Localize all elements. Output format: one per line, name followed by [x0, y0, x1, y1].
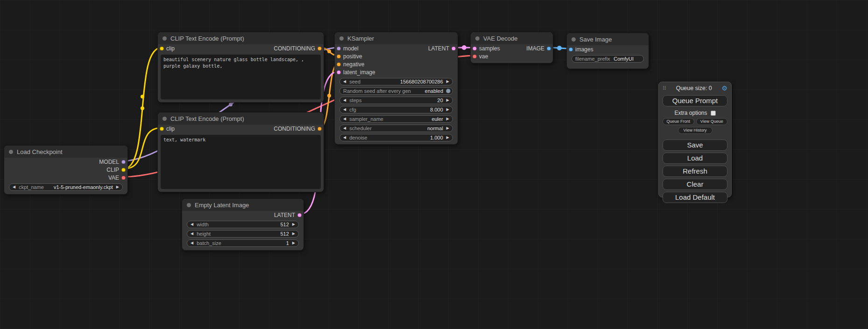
widget-filename-prefix[interactable]: filename_prefix ComfyUI: [572, 55, 644, 63]
node-title: Save Image: [579, 36, 612, 43]
node-ksampler[interactable]: KSampler model LATENT positive negative …: [334, 32, 458, 145]
drag-handle-icon[interactable]: ⠿: [663, 85, 666, 91]
extra-options-checkbox[interactable]: [711, 111, 716, 116]
node-clip-text-encode-negative[interactable]: CLIP Text Encode (Prompt) clip CONDITION…: [157, 112, 324, 192]
input-slot-vae[interactable]: [473, 54, 477, 58]
load-default-button[interactable]: Load Default: [663, 192, 727, 203]
widget-random-seed-toggle[interactable]: Random seed after every gen enabled: [339, 87, 453, 95]
input-slot-positive[interactable]: [337, 54, 341, 58]
increment-arrow-icon[interactable]: ▶: [446, 80, 449, 84]
widget-value: 156680208700286: [400, 79, 443, 84]
load-button[interactable]: Load: [663, 153, 727, 164]
decrement-arrow-icon[interactable]: ◀: [13, 185, 15, 189]
wire-dot-conditioning-negative: [327, 94, 331, 98]
increment-arrow-icon[interactable]: ▶: [116, 185, 119, 189]
widget-width[interactable]: ◀ width 512 ▶: [187, 221, 299, 228]
input-slot-clip[interactable]: [160, 46, 164, 50]
node-save-image[interactable]: Save Image images filename_prefix ComfyU…: [566, 33, 649, 69]
toggle-knob[interactable]: [446, 89, 451, 93]
decrement-arrow-icon[interactable]: ◀: [343, 117, 346, 121]
output-slot-latent[interactable]: [297, 213, 302, 217]
collapse-dot-icon[interactable]: [162, 36, 167, 41]
node-empty-latent-image[interactable]: Empty Latent Image LATENT ◀ width 512 ▶ …: [182, 198, 304, 251]
view-history-button[interactable]: View History: [678, 127, 713, 134]
collapse-dot-icon[interactable]: [339, 36, 344, 41]
wire-dot-clip-positive: [141, 106, 144, 110]
node-title-bar[interactable]: KSampler: [335, 32, 458, 44]
queue-prompt-button[interactable]: Queue Prompt: [663, 95, 727, 106]
increment-arrow-icon[interactable]: ▶: [446, 126, 449, 130]
increment-arrow-icon[interactable]: ▶: [446, 108, 449, 112]
output-slot-latent[interactable]: [452, 46, 456, 50]
output-slot-clip[interactable]: [121, 168, 126, 172]
widget-name: denoise: [349, 135, 367, 140]
collapse-dot-icon[interactable]: [187, 203, 191, 207]
widget-cfg[interactable]: ◀ cfg 8.000 ▶: [339, 106, 453, 113]
increment-arrow-icon[interactable]: ▶: [292, 241, 295, 245]
output-slot-vae[interactable]: [121, 175, 126, 180]
increment-arrow-icon[interactable]: ▶: [446, 98, 449, 102]
node-load-checkpoint[interactable]: Load Checkpoint MODEL CLIP VAE ◀ ckpt_na…: [4, 145, 128, 195]
prompt-textarea[interactable]: beautiful scenery nature glass bottle la…: [161, 55, 321, 99]
input-slot-images[interactable]: [569, 47, 573, 51]
node-title-bar[interactable]: Load Checkpoint: [4, 146, 127, 158]
widget-ckpt-name[interactable]: ◀ ckpt_name v1-5-pruned-emaonly.ckpt ▶: [9, 183, 123, 191]
increment-arrow-icon[interactable]: ▶: [292, 232, 295, 236]
queue-buttons-row: Queue Front View Queue: [663, 118, 727, 125]
input-slot-samples[interactable]: [473, 46, 477, 50]
widget-seed[interactable]: ◀ seed 156680208700286 ▶: [339, 78, 453, 85]
decrement-arrow-icon[interactable]: ◀: [191, 232, 193, 236]
widget-batch-size[interactable]: ◀ batch_size 1 ▶: [187, 239, 299, 247]
node-title: VAE Decode: [483, 35, 517, 42]
collapse-dot-icon[interactable]: [9, 150, 13, 154]
increment-arrow-icon[interactable]: ▶: [292, 223, 295, 226]
widget-denoise[interactable]: ◀ denoise 1.000 ▶: [339, 134, 453, 141]
node-graph-canvas[interactable]: Load Checkpoint MODEL CLIP VAE ◀ ckpt_na…: [0, 0, 868, 329]
increment-arrow-icon[interactable]: ▶: [446, 136, 449, 140]
queue-front-button[interactable]: Queue Front: [663, 118, 694, 125]
output-slot-model[interactable]: [121, 160, 126, 164]
decrement-arrow-icon[interactable]: ◀: [343, 98, 346, 102]
widget-name: height: [197, 231, 211, 237]
input-slot-negative[interactable]: [337, 62, 341, 66]
widget-scheduler[interactable]: ◀ scheduler normal ▶: [339, 125, 453, 132]
decrement-arrow-icon[interactable]: ◀: [191, 241, 193, 245]
prompt-textarea[interactable]: text, watermark: [161, 135, 321, 189]
decrement-arrow-icon[interactable]: ◀: [343, 136, 346, 140]
save-button[interactable]: Save: [663, 140, 727, 151]
input-slot-model[interactable]: [337, 46, 341, 50]
decrement-arrow-icon[interactable]: ◀: [191, 223, 193, 226]
node-clip-text-encode-positive[interactable]: CLIP Text Encode (Prompt) clip CONDITION…: [157, 32, 324, 103]
view-queue-button[interactable]: View Queue: [696, 118, 728, 125]
output-slot-conditioning[interactable]: [318, 46, 322, 50]
decrement-arrow-icon[interactable]: ◀: [343, 108, 346, 112]
collapse-dot-icon[interactable]: [572, 37, 576, 42]
node-title-bar[interactable]: CLIP Text Encode (Prompt): [158, 32, 324, 44]
widget-steps[interactable]: ◀ steps 20 ▶: [339, 97, 453, 104]
collapse-dot-icon[interactable]: [475, 36, 480, 41]
widget-height[interactable]: ◀ height 512 ▶: [187, 230, 299, 238]
input-label-latent-image: latent_image: [343, 69, 375, 76]
input-slot-latent-image[interactable]: [337, 70, 341, 74]
settings-gear-icon[interactable]: ⚙: [721, 84, 727, 92]
clear-button[interactable]: Clear: [663, 179, 727, 190]
widget-value: 512: [280, 231, 289, 237]
refresh-button[interactable]: Refresh: [663, 166, 727, 177]
input-slot-clip[interactable]: [160, 126, 164, 131]
decrement-arrow-icon[interactable]: ◀: [343, 126, 346, 130]
widget-name: sampler_name: [349, 116, 383, 122]
decrement-arrow-icon[interactable]: ◀: [343, 80, 346, 84]
wire-dot-conditioning-positive: [327, 49, 331, 53]
node-title-bar[interactable]: Empty Latent Image: [182, 199, 303, 211]
increment-arrow-icon[interactable]: ▶: [446, 117, 449, 121]
node-title-bar[interactable]: CLIP Text Encode (Prompt): [158, 112, 324, 125]
widget-sampler-name[interactable]: ◀ sampler_name euler ▶: [339, 115, 453, 123]
node-title-bar[interactable]: VAE Decode: [471, 32, 553, 44]
node-title-bar[interactable]: Save Image: [567, 33, 649, 45]
output-slot-conditioning[interactable]: [318, 126, 322, 131]
collapse-dot-icon[interactable]: [162, 117, 167, 121]
output-slot-image[interactable]: [547, 46, 551, 50]
view-history-row: View History: [663, 127, 727, 134]
node-vae-decode[interactable]: VAE Decode samples IMAGE vae: [470, 32, 553, 63]
menu-panel: ⠿ Queue size: 0 ⚙ Queue Prompt Extra opt…: [658, 82, 732, 197]
